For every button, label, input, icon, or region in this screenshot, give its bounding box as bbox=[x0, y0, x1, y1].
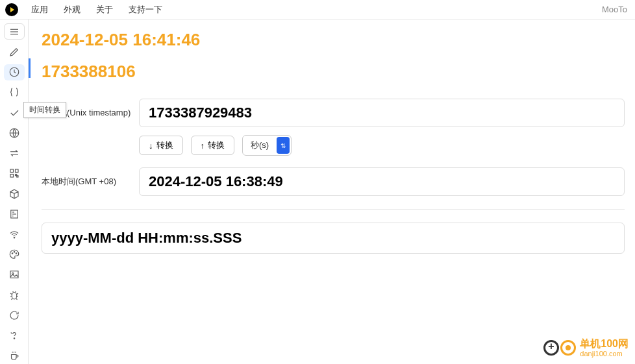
watermark-logo-icon bbox=[543, 340, 576, 356]
svg-rect-9 bbox=[16, 176, 18, 177]
localtime-input[interactable] bbox=[139, 167, 625, 196]
calculator-icon[interactable] bbox=[4, 206, 25, 222]
svg-point-16 bbox=[14, 252, 15, 253]
image-icon[interactable] bbox=[4, 267, 25, 283]
convert-down-label: 转换 bbox=[156, 140, 173, 151]
divider bbox=[42, 209, 625, 210]
tooltip: 时间转换 bbox=[23, 102, 66, 118]
hamburger-icon[interactable] bbox=[4, 23, 25, 40]
convert-down-button[interactable]: ↓ 转换 bbox=[139, 136, 183, 155]
menu-about[interactable]: 关于 bbox=[90, 1, 119, 18]
refresh-icon[interactable] bbox=[4, 307, 25, 323]
svg-rect-7 bbox=[10, 175, 14, 178]
unit-select[interactable]: 秒(s) ⇅ bbox=[242, 135, 292, 156]
svg-rect-18 bbox=[10, 271, 18, 278]
palette-icon[interactable] bbox=[4, 247, 25, 263]
json-icon[interactable] bbox=[4, 84, 25, 101]
menu-appearance[interactable]: 外观 bbox=[57, 1, 87, 18]
svg-point-17 bbox=[16, 253, 17, 254]
svg-point-21 bbox=[14, 338, 15, 339]
localtime-label: 本地时间(GMT +08) bbox=[42, 176, 139, 188]
pencil-icon[interactable] bbox=[4, 43, 25, 60]
qrcode-icon[interactable] bbox=[4, 165, 25, 182]
convert-up-button[interactable]: ↑ 转换 bbox=[191, 136, 235, 155]
help-icon[interactable] bbox=[4, 327, 25, 343]
wifi-icon[interactable] bbox=[4, 226, 25, 242]
format-input[interactable] bbox=[42, 223, 625, 254]
bug-icon[interactable] bbox=[4, 287, 25, 303]
menu-support[interactable]: 支持一下 bbox=[122, 1, 169, 18]
arrow-up-icon: ↑ bbox=[201, 141, 205, 151]
svg-point-15 bbox=[12, 253, 13, 254]
convert-up-label: 转换 bbox=[208, 140, 225, 151]
swap-icon[interactable] bbox=[4, 145, 25, 162]
active-indicator bbox=[29, 58, 31, 78]
coffee-icon[interactable] bbox=[4, 348, 25, 364]
clock-icon[interactable] bbox=[4, 64, 25, 80]
watermark-text-cn: 单机100网 bbox=[580, 338, 629, 350]
timestamp-input[interactable] bbox=[139, 99, 625, 127]
current-datetime: 2024-12-05 16:41:46 bbox=[42, 30, 625, 50]
chevron-updown-icon: ⇅ bbox=[277, 137, 290, 154]
svg-point-14 bbox=[14, 237, 15, 239]
cube-icon[interactable] bbox=[4, 186, 25, 202]
watermark-text-en: danji100.com bbox=[580, 350, 629, 358]
globe-icon[interactable] bbox=[4, 125, 25, 141]
svg-line-22 bbox=[10, 333, 12, 334]
app-logo bbox=[5, 3, 18, 16]
unit-selected: 秒(s) bbox=[243, 136, 275, 154]
check-icon[interactable] bbox=[4, 104, 25, 121]
svg-rect-5 bbox=[10, 169, 14, 173]
svg-rect-6 bbox=[15, 169, 18, 173]
menu-app[interactable]: 应用 bbox=[25, 1, 55, 18]
current-timestamp: 1733388106 bbox=[42, 62, 625, 82]
arrow-down-icon: ↓ bbox=[149, 141, 153, 151]
svg-point-20 bbox=[12, 292, 17, 299]
watermark: 单机100网 danji100.com bbox=[543, 338, 629, 358]
app-name: MooTo bbox=[602, 5, 630, 14]
